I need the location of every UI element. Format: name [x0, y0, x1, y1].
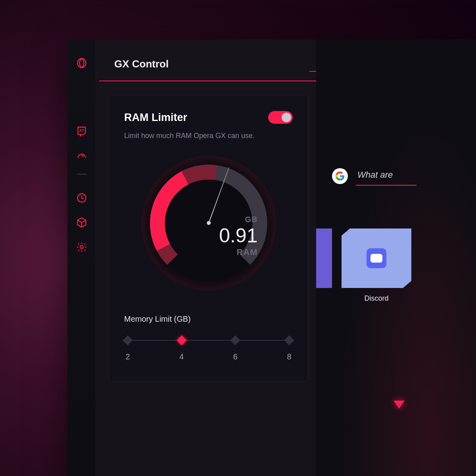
clock-icon[interactable]: [67, 186, 96, 210]
slider-label: 8: [286, 352, 293, 361]
search-input[interactable]: What are: [356, 167, 416, 186]
gauge-icon[interactable]: [67, 144, 96, 168]
panel-title-rule: [99, 81, 316, 81]
memory-limit-slider[interactable]: [124, 336, 293, 345]
gauge-unit: GB: [219, 215, 257, 224]
gauge-value: 0.91: [219, 226, 257, 246]
cursor-indicator-icon: [393, 401, 405, 409]
sidebar-separator: [77, 174, 86, 175]
slider-label: 2: [124, 352, 131, 361]
cube-icon[interactable]: [67, 210, 96, 235]
slider-tick-8[interactable]: [284, 335, 294, 345]
slider-label: 4: [178, 352, 185, 361]
google-icon[interactable]: [332, 168, 348, 184]
svg-line-4: [82, 155, 84, 157]
gear-icon[interactable]: [67, 235, 96, 259]
speed-dial-tile[interactable]: [316, 228, 332, 288]
card-description: Limit how much RAM Opera GX can use.: [124, 132, 293, 140]
start-page: What are Discord: [316, 40, 476, 476]
slider-tick-4[interactable]: [177, 335, 186, 345]
ram-limiter-card: RAM Limiter Limit how much RAM Opera GX …: [109, 95, 308, 382]
ram-limiter-toggle[interactable]: [268, 111, 293, 124]
slider-label: 6: [232, 352, 239, 361]
toggle-knob: [282, 113, 291, 122]
panel-title: GX Control: [96, 40, 316, 81]
twitch-icon[interactable]: [67, 119, 96, 144]
discord-icon: [367, 248, 386, 268]
speed-dial-label: Discord: [342, 294, 411, 303]
card-title: RAM Limiter: [124, 111, 187, 124]
opera-logo-icon[interactable]: [67, 51, 96, 75]
gauge-label: RAM: [219, 247, 257, 257]
main-area: GX Control RAM Limiter Limit how much RA…: [96, 40, 476, 476]
gx-control-panel: GX Control RAM Limiter Limit how much RA…: [96, 40, 316, 476]
memory-limit-title: Memory Limit (GB): [124, 315, 293, 324]
gauge-readout: GB 0.91 RAM: [219, 215, 257, 257]
gauge-drag-handle[interactable]: [176, 177, 181, 181]
speed-dial-discord[interactable]: [342, 228, 411, 288]
svg-point-7: [80, 246, 83, 248]
app-window: GX Control RAM Limiter Limit how much RA…: [67, 40, 476, 476]
slider-labels: 2 4 6 8: [124, 352, 293, 361]
slider-tick-6[interactable]: [230, 335, 240, 345]
sidebar: [67, 40, 96, 476]
svg-point-1: [79, 59, 84, 67]
slider-tick-2[interactable]: [123, 335, 132, 345]
ram-gauge[interactable]: GB 0.91 RAM: [141, 156, 276, 291]
svg-point-0: [77, 58, 86, 67]
